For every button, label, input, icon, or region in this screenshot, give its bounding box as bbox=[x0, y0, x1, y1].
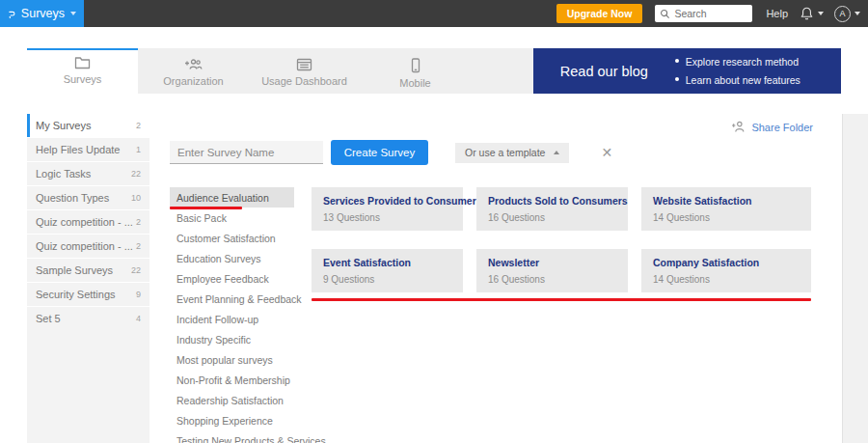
mobile-icon bbox=[410, 58, 421, 73]
sidebar-folder-item[interactable]: Sample Surveys 22 bbox=[27, 259, 149, 282]
read-our-blog-banner[interactable]: Read our blog Explore research method Le… bbox=[533, 48, 841, 94]
folder-label: Sample Surveys bbox=[36, 264, 131, 276]
template-card[interactable]: Website Satisfaction 14 Questions bbox=[641, 187, 811, 231]
tab-label: Mobile bbox=[399, 77, 430, 89]
template-title: Company Satisfaction bbox=[653, 257, 800, 268]
global-search[interactable] bbox=[655, 5, 752, 22]
upgrade-now-button[interactable]: Upgrade Now bbox=[556, 4, 643, 23]
category-label: Industry Specific bbox=[176, 334, 251, 346]
sidebar-folder-item[interactable]: Quiz competition - ... 2 bbox=[27, 235, 149, 258]
folder-icon bbox=[74, 56, 91, 69]
content-area: My Surveys 2 Help Files Update 1 Logic T… bbox=[27, 114, 841, 443]
template-category[interactable]: Incident Follow-up bbox=[170, 309, 294, 329]
people-add-icon bbox=[184, 58, 203, 71]
sidebar-folder-item[interactable]: Help Files Update 1 bbox=[27, 138, 149, 161]
blog-bullet: Learn about new features bbox=[675, 71, 841, 89]
chevron-down-icon bbox=[854, 12, 860, 15]
use-template-dropdown[interactable]: Or use a template bbox=[455, 143, 569, 163]
template-question-count: 16 Questions bbox=[488, 274, 616, 285]
blog-banner-bullets: Explore research method Learn about new … bbox=[675, 53, 841, 89]
template-category[interactable]: Shopping Experience bbox=[170, 410, 294, 430]
folder-count-badge: 22 bbox=[131, 265, 141, 275]
folder-count-badge: 9 bbox=[136, 290, 141, 299]
template-category[interactable]: Testing New Products & Services bbox=[170, 430, 294, 443]
template-category[interactable]: Event Planning & Feedback bbox=[170, 289, 294, 309]
use-template-label: Or use a template bbox=[465, 147, 545, 158]
tab-mobile[interactable]: Mobile bbox=[360, 48, 471, 94]
sidebar-folder-item[interactable]: Security Settings 9 bbox=[27, 283, 149, 306]
notifications-menu[interactable] bbox=[800, 6, 824, 21]
bell-icon bbox=[800, 6, 814, 21]
category-label: Most popular surveys bbox=[176, 354, 273, 366]
sidebar-folder-item[interactable]: Set 5 4 bbox=[27, 307, 149, 330]
folder-label: Logic Tasks bbox=[36, 168, 131, 180]
template-question-count: 14 Questions bbox=[653, 274, 800, 285]
tab-organization[interactable]: Organization bbox=[138, 48, 249, 94]
help-link[interactable]: Help bbox=[766, 8, 788, 19]
sidebar-folder-item[interactable]: Quiz competition - ... 2 bbox=[27, 210, 149, 234]
template-card[interactable]: Products Sold to Consumers 16 Questions bbox=[476, 187, 628, 231]
chevron-up-icon bbox=[554, 151, 559, 154]
category-label: Incident Follow-up bbox=[176, 314, 258, 325]
survey-name-input[interactable] bbox=[170, 141, 323, 164]
template-cards-zone: Services Provided to Consumers 13 Questi… bbox=[312, 187, 811, 443]
template-question-count: 13 Questions bbox=[323, 212, 451, 223]
template-category[interactable]: Customer Satisfaction bbox=[170, 228, 294, 248]
folder-label: Help Files Update bbox=[36, 144, 136, 155]
template-category[interactable]: Non-Profit & Membership bbox=[170, 370, 294, 390]
template-card[interactable]: Event Satisfaction 9 Questions bbox=[312, 249, 463, 292]
template-title: Newsletter bbox=[488, 257, 616, 268]
folder-count-badge: 22 bbox=[131, 169, 141, 179]
template-category[interactable]: Audience Evaluation bbox=[170, 187, 294, 208]
tab-usage-dashboard[interactable]: Usage Dashboard bbox=[249, 48, 360, 94]
product-switcher[interactable]: Surveys bbox=[0, 0, 84, 27]
sidebar-filler bbox=[27, 330, 149, 443]
share-folder-link[interactable]: Share Folder bbox=[731, 121, 813, 133]
template-picker-panel: Audience Evaluation Basic Pack Customer … bbox=[170, 187, 841, 443]
template-card[interactable]: Company Satisfaction 14 Questions bbox=[641, 249, 811, 292]
create-survey-button[interactable]: Create Survey bbox=[331, 140, 428, 165]
tab-surveys[interactable]: Surveys bbox=[27, 48, 138, 94]
nav-tabs: Surveys Organization Usage Dashboard bbox=[27, 48, 533, 94]
tab-label: Usage Dashboard bbox=[261, 75, 347, 87]
close-icon[interactable]: ✕ bbox=[601, 146, 612, 159]
main-panel: Share Folder Create Survey Or use a temp… bbox=[149, 114, 841, 443]
template-category[interactable]: Readership Satisfaction bbox=[170, 390, 294, 410]
template-title: Website Satisfaction bbox=[653, 195, 800, 207]
template-question-count: 16 Questions bbox=[488, 212, 616, 223]
search-input[interactable] bbox=[674, 8, 744, 19]
template-category[interactable]: Basic Pack bbox=[170, 208, 294, 228]
category-label: Education Surveys bbox=[176, 253, 261, 264]
template-category[interactable]: Most popular surveys bbox=[170, 349, 294, 370]
template-category[interactable]: Employee Feedback bbox=[170, 268, 294, 289]
template-question-count: 14 Questions bbox=[653, 212, 800, 223]
annotation-red-underline bbox=[312, 298, 811, 301]
top-header-bar: Surveys Upgrade Now Help A bbox=[0, 0, 868, 27]
folder-count-badge: 10 bbox=[131, 193, 141, 203]
tab-label: Surveys bbox=[64, 73, 102, 85]
blog-bullet: Explore research method bbox=[675, 53, 841, 70]
template-card[interactable]: Newsletter 16 Questions bbox=[476, 249, 628, 292]
dashboard-icon bbox=[296, 58, 312, 71]
category-label: Basic Pack bbox=[176, 212, 227, 224]
folder-label: Set 5 bbox=[36, 313, 136, 324]
search-icon bbox=[660, 9, 670, 19]
share-folder-label: Share Folder bbox=[751, 122, 813, 133]
folder-count-badge: 2 bbox=[136, 121, 141, 130]
sidebar-folder-item[interactable]: Logic Tasks 22 bbox=[27, 162, 149, 185]
folder-label: My Surveys bbox=[36, 120, 136, 131]
sidebar-folder-item[interactable]: My Surveys 2 bbox=[27, 114, 149, 137]
folder-label: Security Settings bbox=[36, 289, 136, 300]
sidebar-folder-item[interactable]: Question Types 10 bbox=[27, 186, 149, 209]
tab-label: Organization bbox=[163, 75, 223, 87]
template-category[interactable]: Industry Specific bbox=[170, 329, 294, 349]
category-label: Shopping Experience bbox=[176, 415, 273, 427]
folder-count-badge: 4 bbox=[136, 314, 141, 323]
folder-count-badge: 1 bbox=[136, 145, 141, 154]
create-survey-row: Create Survey Or use a template ✕ bbox=[170, 140, 841, 165]
template-category[interactable]: Education Surveys bbox=[170, 248, 294, 268]
category-label: Non-Profit & Membership bbox=[176, 374, 290, 386]
template-card[interactable]: Services Provided to Consumers 13 Questi… bbox=[312, 187, 463, 231]
folder-label: Question Types bbox=[36, 192, 131, 204]
account-menu[interactable]: A bbox=[834, 6, 860, 22]
